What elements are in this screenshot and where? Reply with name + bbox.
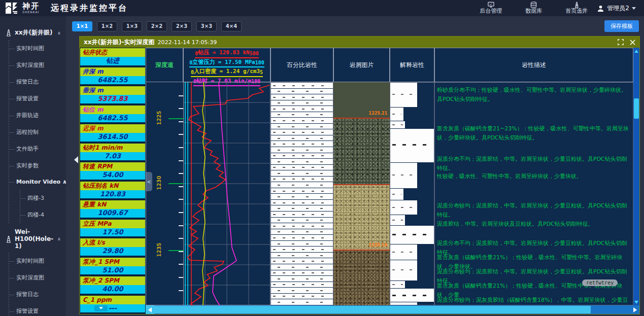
sidebar-item-报警日志[interactable]: 报警日志 — [9, 286, 66, 303]
photo-depth-label: 1225.21 — [369, 111, 387, 116]
legend-curve-text: 钻压 = 120.83 kN — [198, 49, 249, 57]
lithology-segment — [390, 129, 434, 162]
parameter-value-text: 1009.67 — [97, 209, 127, 217]
percent-lithology-row — [271, 135, 333, 141]
grid-layout-button-2x2[interactable]: 2×2 — [147, 21, 167, 31]
depth-minor-tick — [179, 225, 183, 226]
parameter-value-text: 钻进 — [106, 57, 119, 64]
column-header-lithology-description: 岩性描述 — [434, 48, 633, 82]
parameter-label: 钻时1 min/m — [80, 144, 145, 152]
collapse-caret-icon[interactable]: ∧ — [57, 30, 61, 36]
column-header-percent-lithology: 百分比岩性 — [270, 48, 333, 82]
depth-minor-tick — [179, 173, 183, 174]
parameter-label: 井深 m — [80, 67, 145, 76]
sidebar-item-远程控制[interactable]: 远程控制 — [9, 124, 66, 141]
sidebar-item-实时时间图[interactable]: 实时时间图 — [9, 253, 66, 269]
scroll-left-icon[interactable] — [146, 305, 154, 314]
sidebar-item-四楼-4[interactable]: 四楼-4 — [20, 206, 66, 223]
photo-depth-label: 1235.19 — [369, 243, 387, 248]
close-icon[interactable] — [630, 40, 635, 45]
layout-toolbar: 1×11×21×32×22×33×34×4 保存模板 — [66, 16, 644, 36]
horizontal-scrollbar-thumb[interactable] — [154, 306, 591, 313]
percent-lithology-row — [271, 188, 333, 194]
parameter-box-6: 转速 RPM54.00 — [80, 162, 146, 180]
app-header: 神开 SHENKAI 远程录井监控平台 后台管理数据库首页选井 管理员2 — [0, 0, 644, 16]
save-template-button[interactable]: 保存模板 — [604, 20, 639, 32]
sidebar-item-实时时间图[interactable]: 实时时间图 — [9, 40, 66, 57]
collapse-caret-icon[interactable]: ∧ — [57, 236, 61, 241]
sidebar-item-实时参数[interactable]: 实时参数 — [9, 157, 66, 174]
depth-major-tick — [168, 183, 184, 184]
grid-layout-button-1x2[interactable]: 1×2 — [97, 21, 117, 31]
parameter-value-text: 29.80 — [102, 247, 123, 255]
nav-item-1[interactable]: 数据库 — [525, 2, 542, 14]
sidebar-item-报警设置[interactable]: 报警设置 — [9, 90, 66, 107]
percent-lithology-row — [271, 247, 333, 252]
legend-scale-max: 500 — [250, 50, 259, 57]
vertical-scrollbar-thumb[interactable] — [634, 98, 639, 119]
horizontal-scrollbar[interactable] — [146, 305, 639, 314]
vertical-scrollbar[interactable] — [633, 48, 639, 305]
curve-钻时 — [213, 82, 236, 305]
parameter-label: 转速 RPM — [80, 162, 145, 171]
sidebar-item-井眼轨迹[interactable]: 井眼轨迹 — [9, 107, 66, 124]
sidebar-collapse-handle[interactable] — [74, 156, 78, 163]
parameter-value: 40.00 — [80, 285, 145, 293]
legend-curve-text: 立管压力 = 17.50 MPa — [192, 58, 255, 67]
legend-row-2: 0入口密度 = 1.24 g/cm35 — [191, 67, 263, 77]
parameter-box-10: 入流 l/s29.80 — [80, 238, 146, 256]
parameter-label: C_1 ppm — [80, 296, 145, 304]
parameter-panel-collapse-handle[interactable]: < — [146, 172, 152, 191]
lithology-description-track: 粉砂质分布不均；性较硬，吸水性、可塑性中等。岩屑呈块状，少量碎块状。具PDC钻头… — [434, 82, 633, 305]
depth-tick-label: 1225 — [156, 111, 162, 125]
sidebar-item-实时深度图[interactable]: 实时深度图 — [9, 269, 66, 286]
lithology-segment — [390, 260, 417, 280]
parameter-label: 垂深 m — [80, 86, 145, 95]
parameter-box-3: 钻位 m6482.55 — [80, 105, 146, 123]
scroll-up-icon[interactable] — [633, 48, 639, 54]
nav-item-label: 首页选井 — [565, 8, 588, 14]
sidebar-item-实时深度图[interactable]: 实时深度图 — [9, 57, 66, 74]
brand-logo: 神开 SHENKAI — [0, 2, 40, 14]
parameter-box-7: 钻压别名 kN120.83 — [80, 181, 146, 199]
sidebar-item-文件助手[interactable]: 文件助手 — [9, 141, 66, 157]
brand-name-en: SHENKAI — [22, 11, 40, 14]
user-menu[interactable]: 管理员2 — [597, 4, 644, 13]
grid-layout-button-1x3[interactable]: 1×3 — [122, 21, 142, 31]
parameter-value-text: 6482.55 — [97, 114, 127, 122]
percent-lithology-row — [271, 258, 333, 264]
sidebar-item-报警设置[interactable]: 报警设置 — [9, 303, 66, 316]
lithology-description-text: 泥质分布较均；泥质胶结，中等。岩屑呈块状，少量豆粒状。具PDC钻头切削特征。 — [437, 201, 630, 220]
parameter-box-1: 井深 m6482.55 — [80, 67, 146, 85]
lithology-segment — [390, 189, 403, 200]
sidebar-item-四楼-3[interactable]: 四楼-3 — [20, 190, 66, 206]
grid-layout-button-2x3[interactable]: 2×3 — [172, 21, 192, 31]
page-title: 远程录井监控平台 — [51, 3, 128, 14]
sidebar-group-monitor-video[interactable]: Monitor Video ∧ — [9, 174, 66, 190]
percent-lithology-row — [271, 276, 333, 282]
well-name: xx井(新井眼) — [15, 28, 52, 37]
nav-item-2[interactable]: 首页选井 — [565, 2, 588, 14]
parameter-dropdown-button[interactable] — [94, 305, 108, 311]
percent-lithology-row — [271, 288, 333, 293]
window-body: 钻井状态钻进井深 m6482.55垂深 m5373.83钻位 m6482.55迟… — [80, 48, 639, 314]
legend-row-1: 0立管压力 = 17.50 MPa100 — [189, 58, 264, 68]
grid-layout-button-3x3[interactable]: 3×3 — [196, 21, 217, 31]
well-tree-sidebar: xx井(新井眼)∧实时时间图实时深度图报警日志报警设置井眼轨迹远程控制文件助手实… — [0, 16, 66, 316]
scroll-right-icon[interactable] — [631, 305, 639, 314]
parameter-value: --- — [80, 304, 145, 312]
sidebar-item-报警日志[interactable]: 报警日志 — [9, 74, 66, 90]
user-name: 管理员2 — [607, 4, 629, 13]
nav-item-0[interactable]: 后台管理 — [480, 2, 502, 14]
grid-layout-button-4x4[interactable]: 4×4 — [221, 21, 242, 31]
scroll-down-icon[interactable] — [633, 299, 639, 305]
cuttings-photo-section — [333, 118, 390, 184]
well-children-1: 实时时间图实时深度图报警日志报警设置井眼轨迹 — [9, 253, 66, 316]
depth-chart: 深度道 0钻压 = 120.83 kN5000立管压力 = 17.50 MPa1… — [146, 48, 639, 314]
well-node-1[interactable]: Wei-H100(Hole-1)∧ — [5, 228, 66, 250]
maximize-icon[interactable] — [618, 39, 624, 45]
percent-lithology-row — [271, 229, 333, 235]
grid-layout-button-1x1[interactable]: 1×1 — [72, 21, 92, 31]
percent-lithology-row — [271, 141, 333, 147]
well-node-0[interactable]: xx井(新井眼)∧ — [5, 28, 66, 37]
